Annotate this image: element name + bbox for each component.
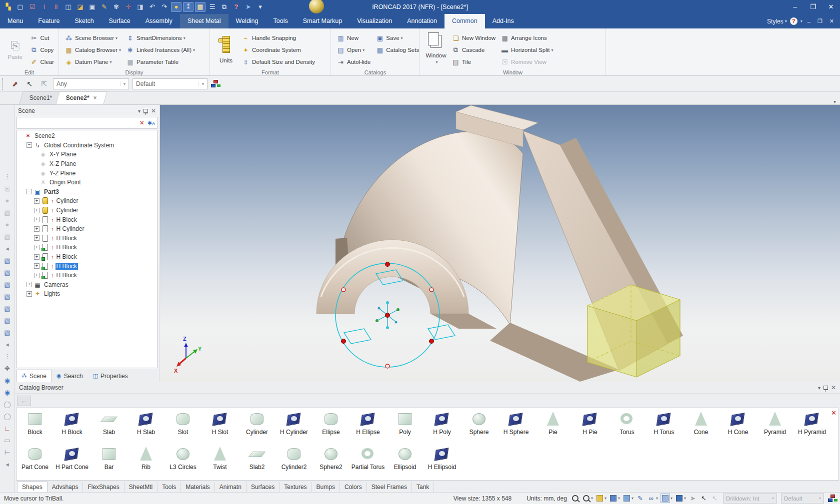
view-cube-icon[interactable] [609,494,618,503]
render-style-icon[interactable] [622,494,631,503]
catalog-pin-icon[interactable] [824,386,828,390]
catalog-item-slab[interactable]: Slab [90,409,128,444]
viewport[interactable]: Z Y X [160,105,840,382]
catalog-back-icon[interactable]: ← [17,396,31,406]
tree-item-global-coordinate-system[interactable]: −↳Global Coordinate System [17,141,157,150]
parameter-table-button[interactable]: ▦Parameter Table [124,56,198,68]
tree-expander-icon[interactable]: + [34,263,40,269]
catalog-tab-tools[interactable]: Tools [158,482,181,492]
catalog-tab-tank[interactable]: Tank [412,482,434,492]
view-cube-icon[interactable]: ▧ [2,316,12,325]
tree-expander-icon[interactable]: − [26,142,32,148]
catalog-tab-shapes[interactable]: Shapes [17,482,48,493]
ruler-icon[interactable]: ▭ [2,436,12,445]
tree-item-part3[interactable]: −▣Part3 [17,187,157,197]
view-cube-icon[interactable]: ▧ [2,256,12,265]
catalog-item-h-slot[interactable]: H Slot [202,409,238,444]
selection-filter-combo[interactable]: Any ▾ [53,78,129,89]
dropdown-caret-icon[interactable]: ▾ [591,496,593,501]
open-button[interactable]: ▤Open▾ [334,44,373,56]
display-mode-icon[interactable] [660,494,670,503]
tree-item-h-block[interactable]: +↑H Block [17,271,157,280]
render-cube-icon[interactable]: ▧ [2,208,12,217]
catalog-item-h-block[interactable]: H Block [54,409,90,444]
panel-tab-properties[interactable]: ◫Properties [88,370,133,382]
catalog-item-cylinder2[interactable]: Cylinder2 [276,444,312,479]
select-shape-icon[interactable]: ⬈ [10,80,20,88]
caret-left-icon[interactable]: ◂ [2,244,12,253]
datum-plane-button[interactable]: ◈Datum Plane▾ [62,56,124,68]
preview-icon[interactable]: ◫ [63,2,74,12]
cascade-button[interactable]: ⧉Cascade [449,44,498,56]
catalog-item-poly[interactable]: Poly [386,409,424,444]
view-cube-icon[interactable]: ▧ [2,268,12,277]
eye-icon[interactable]: ◉ [2,388,12,397]
app-icon[interactable]: ▚ [3,2,14,12]
catalog-tab-surfaces[interactable]: Surfaces [246,482,280,492]
catalog-item-block[interactable]: Block [16,409,54,444]
glasses-icon[interactable]: ∞ [647,494,656,503]
tree-item-h-block[interactable]: +↑H Block [17,243,157,252]
cursor-icon[interactable]: ↖ [700,494,708,503]
restore-button[interactable]: ❐ [804,0,822,14]
catalog-item-sphere[interactable]: Sphere [460,409,498,444]
panel-close-icon[interactable]: ✕ [151,107,156,114]
tree-item-origin-point[interactable]: ✳Origin Point [17,178,157,187]
render-style-combo[interactable]: Default ▾ [132,78,208,89]
catalog-item-h-slab[interactable]: H Slab [128,409,164,444]
part-template-icon[interactable]: Ⅰ [39,2,50,12]
catalog-item-ellipsoid[interactable]: Ellipsoid [386,444,424,479]
window-button[interactable]: Window▾ [423,30,449,68]
minimize-button[interactable]: – [786,0,804,14]
tree-expander-icon[interactable]: + [26,291,32,297]
horizontal-split-button[interactable]: ▬Horizontal Split▾ [498,44,556,56]
tree-item-cylinder[interactable]: +↑Cylinder [17,196,157,206]
toolbar-grip[interactable] [2,78,5,90]
render-sphere-icon[interactable]: ● [2,220,12,229]
tree-expander-icon[interactable]: + [26,282,32,287]
new-button[interactable]: ▥New [334,32,373,44]
render-icon[interactable]: ◨ [135,2,146,12]
zoom-window-icon[interactable] [571,494,580,503]
dropdown-caret-icon[interactable]: ▾ [656,496,658,501]
tab-feature[interactable]: Feature [30,14,67,28]
tree-expander-icon[interactable]: + [34,254,40,260]
filter-options-icon[interactable]: ✱A [148,120,155,126]
catalog-item-cone[interactable]: Cone [682,409,720,444]
catalog-stack-icon[interactable]: ▦ [195,2,206,12]
undo-icon[interactable]: ↶ [147,2,158,12]
status-structure-icon[interactable] [828,495,837,502]
catalog-tab-advshaps[interactable]: Advshaps [48,482,84,492]
catalog-tab-textures[interactable]: Textures [280,482,312,492]
qat-more-icon[interactable]: ▾ [255,2,266,12]
panel-tab-scene[interactable]: ⁂Scene [16,370,52,382]
help-icon[interactable]: ? [231,2,242,12]
angle-icon[interactable]: ∟ [2,424,12,433]
scene-filter-box[interactable]: ✕ ✱A [16,117,158,129]
panel-menu-icon[interactable]: ▾ [138,108,140,114]
view-cube-icon[interactable]: ▧ [2,304,12,313]
tab-assembly[interactable]: Assembly [138,14,180,28]
catalog-item-sphere2[interactable]: Sphere2 [312,444,350,479]
pin-icon[interactable] [144,109,148,113]
new-window-button[interactable]: ❏New Window [449,32,498,44]
tree-item-lights[interactable]: +✦Lights [17,289,157,299]
save-icon[interactable]: ▣ [87,2,98,12]
tab-common[interactable]: Common [444,14,485,28]
list-icon[interactable]: ☰ [207,2,218,12]
tree-expander-icon[interactable]: + [34,235,40,241]
redo-icon[interactable]: ↷ [159,2,170,12]
tree-expander-icon[interactable]: + [34,226,40,232]
tree-expander-icon[interactable]: + [34,198,40,204]
caret-left-icon[interactable]: ◂ [2,340,12,349]
catalog-item-h-torus[interactable]: H Torus [646,409,682,444]
catalog-item-h-cylinder[interactable]: H Cylinder [276,409,312,444]
viewport-canvas[interactable]: Z Y X [160,105,840,382]
catalog-item-torus[interactable]: Torus [608,409,646,444]
tree-item-x-y-plane[interactable]: ◈X-Y Plane [17,150,157,159]
catalog-item-h-poly[interactable]: H Poly [424,409,460,444]
catalog-remove-icon[interactable]: ✕ [831,409,836,417]
copy-button[interactable]: ⧉Copy [28,44,56,56]
catalog-item-h-ellipse[interactable]: H Ellipse [350,409,386,444]
catalog-item-slot[interactable]: Slot [164,409,202,444]
